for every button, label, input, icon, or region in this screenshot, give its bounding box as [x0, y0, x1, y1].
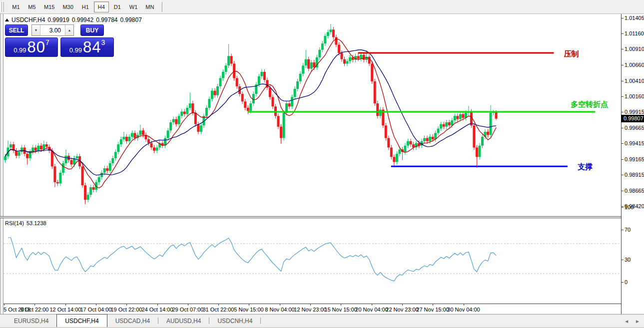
pane-splitter[interactable] — [0, 216, 644, 218]
price-tick-label: 1.00660 — [625, 62, 644, 68]
timeframe-button-w1[interactable]: W1 — [126, 1, 141, 12]
date-tick — [249, 304, 249, 306]
date-tick — [310, 304, 311, 306]
price-tick-label: 1.00910 — [625, 46, 644, 52]
date-tick-label: 17 Oct 04:00 — [80, 307, 112, 313]
symbol-tab-audusd[interactable]: AUDUSD,H4 — [158, 315, 209, 327]
price-tick — [622, 18, 624, 18]
date-tick-label: 5 Nov 15:00 — [234, 307, 263, 313]
date-tick-label: 29 Oct 07:00 — [172, 307, 204, 313]
one-click-trading-panel: SELL ▼ ▲ BUY 0.99 80 7 0.99 84 3 — [5, 24, 114, 57]
price-tick — [622, 65, 624, 65]
price-tick — [622, 206, 624, 207]
current-price-badge: 0.99807 — [621, 115, 644, 122]
timeframe-button-m30[interactable]: M30 — [59, 1, 76, 12]
volume-stepper: ▼ ▲ — [31, 24, 74, 36]
price-tick-label: 1.01405 — [625, 15, 644, 21]
toolbar-grip-handle[interactable] — [1, 2, 5, 12]
sell-price-button[interactable]: 0.99 80 7 — [5, 37, 58, 57]
resistance-line-label[interactable]: 压制 — [564, 49, 579, 59]
rsi-tick — [622, 230, 624, 230]
price-tick — [622, 143, 624, 144]
price-tick — [622, 49, 624, 49]
ohlc-high: 0.99942 — [72, 16, 93, 23]
symbol-tab-usdcad[interactable]: USDCAD,H4 — [107, 315, 158, 327]
rsi-tick-label: 0 — [625, 279, 628, 285]
timeframe-button-h4[interactable]: H4 — [94, 1, 109, 12]
pivot-line-label[interactable]: 多空转折点 — [571, 100, 608, 109]
chart-symbol-label: USDCHF,H4 — [11, 16, 45, 23]
support-line-label[interactable]: 支撑 — [578, 162, 593, 172]
volume-input[interactable] — [40, 25, 65, 35]
price-tick — [622, 128, 624, 128]
symbol-tab-usdchf[interactable]: USDCHF,H4 — [56, 314, 107, 327]
date-tick — [402, 304, 403, 306]
buy-price-prefix: 0.99 — [69, 46, 82, 55]
price-tick — [622, 33, 624, 34]
date-tick — [96, 304, 96, 306]
date-tick-label: 24 Oct 14:00 — [142, 307, 173, 313]
date-tick-label: 22 Nov 23:00 — [386, 307, 418, 313]
sell-button[interactable]: SELL — [5, 24, 28, 36]
trading-platform-window: M1M5M15M30H1H4D1W1MN USDCHF,H4 0.99919 0… — [0, 0, 644, 328]
window-left-frame — [0, 14, 3, 314]
price-tick-label: 1.00410 — [625, 78, 644, 84]
date-tick — [218, 304, 219, 306]
rsi-indicator-canvas[interactable] — [3, 218, 621, 304]
date-tick-label: 9 Oct 22:00 — [20, 307, 49, 313]
ohlc-close: 0.99807 — [120, 16, 142, 23]
date-tick-label: 12 Nov 23:00 — [294, 307, 326, 313]
volume-increase-icon[interactable]: ▲ — [65, 25, 73, 35]
timeframe-button-h1[interactable]: H1 — [78, 1, 93, 12]
date-tick — [34, 304, 35, 306]
toolbar-separator — [162, 2, 163, 12]
symbol-tab-eurusd[interactable]: EURUSD,H4 — [6, 315, 56, 327]
date-tick — [372, 304, 372, 306]
rsi-value: 53.1238 — [26, 220, 46, 226]
date-tick — [280, 304, 280, 306]
price-tick-label: 0.98665 — [625, 188, 644, 194]
timeframe-button-m5[interactable]: M5 — [24, 1, 39, 12]
sell-price-prefix: 0.99 — [13, 46, 26, 55]
timeframe-button-m1[interactable]: M1 — [8, 1, 23, 12]
timeframe-button-m15[interactable]: M15 — [40, 1, 58, 12]
date-tick-label: 30 Nov 04:00 — [447, 307, 480, 313]
rsi-name: RSI(14) — [5, 220, 24, 226]
tab-scroll-right-icon[interactable]: ► — [635, 319, 640, 324]
chart-window[interactable]: USDCHF,H4 0.99919 0.99942 0.99784 0.9980… — [0, 14, 644, 314]
date-axis[interactable]: 5 Oct 20189 Oct 22:0012 Oct 14:0017 Oct … — [3, 304, 621, 314]
buy-button[interactable]: BUY — [80, 24, 104, 36]
date-tick — [188, 304, 188, 306]
symbol-tab-usdcnh[interactable]: USDCNH,H4 — [209, 315, 260, 327]
rsi-indicator-label: RSI(14) 53.1238 — [5, 220, 46, 226]
ohlc-low: 0.99784 — [96, 16, 117, 23]
date-tick-label: 31 Oct 22:00 — [203, 307, 234, 313]
date-tick-label: 27 Nov 15:00 — [416, 307, 449, 313]
collapse-panel-icon[interactable] — [5, 18, 9, 21]
symbol-tab-bar: EURUSD,H4USDCHF,H4USDCAD,H4AUDUSD,H4USDC… — [0, 314, 644, 327]
date-tick-label: 19 Oct 22:00 — [111, 307, 142, 313]
price-tick-label: 1.00160 — [625, 93, 644, 99]
price-axis[interactable]: 1.014051.011601.009101.006601.004101.001… — [621, 14, 644, 314]
date-tick — [433, 304, 433, 306]
timeframe-button-mn[interactable]: MN — [142, 1, 157, 12]
timeframe-button-d1[interactable]: D1 — [110, 1, 125, 12]
price-tick — [622, 81, 624, 81]
buy-price-button[interactable]: 0.99 84 3 — [60, 37, 114, 57]
rsi-tick-label: 100 — [625, 204, 634, 210]
timeframe-toolbar: M1M5M15M30H1H4D1W1MN — [0, 0, 644, 14]
date-tick — [464, 304, 464, 306]
tab-scroll-left-icon[interactable]: ◄ — [624, 319, 629, 324]
date-tick — [341, 304, 341, 306]
tab-divider — [260, 318, 261, 324]
date-tick — [126, 304, 127, 306]
rsi-tick — [622, 260, 624, 260]
date-tick-label: 20 Nov 04:00 — [355, 307, 388, 313]
rsi-tick — [622, 207, 624, 208]
volume-decrease-icon[interactable]: ▼ — [32, 25, 40, 35]
chart-title: USDCHF,H4 0.99919 0.99942 0.99784 0.9980… — [5, 16, 142, 23]
date-tick — [65, 304, 66, 306]
sell-price-pip: 7 — [45, 39, 49, 46]
tab-scroll-arrows: ◄ ► — [624, 315, 640, 328]
date-tick-label: 12 Oct 14:00 — [50, 307, 81, 313]
